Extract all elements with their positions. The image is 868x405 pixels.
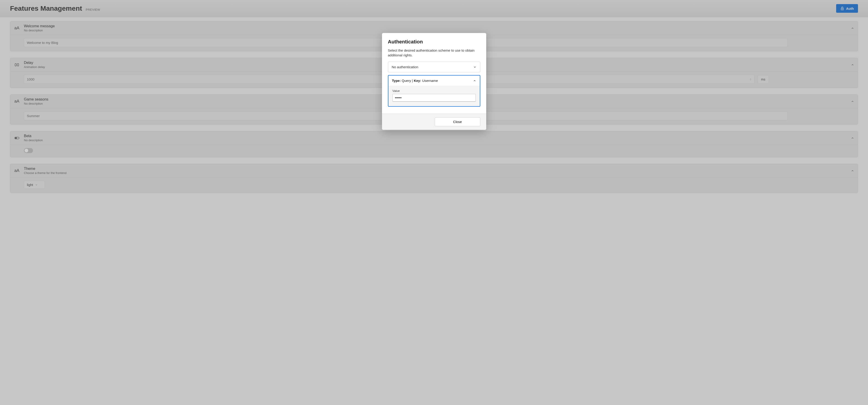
authentication-modal: Authentication Select the desired authen… [382,33,486,130]
auth-scheme-select[interactable]: No authentication [388,62,480,72]
auth-scheme-panel: Type: Query | Key: Username Value [388,75,480,107]
key-label: Key: [414,79,422,82]
modal-overlay[interactable]: Authentication Select the desired authen… [0,0,868,204]
modal-footer: Close [382,113,486,130]
separator: | [412,79,413,82]
modal-title: Authentication [388,39,480,45]
auth-value-input[interactable] [393,94,476,102]
value-field-label: Value [393,89,476,93]
chevron-up-icon [473,79,476,82]
modal-description: Select the desired authentication scheme… [388,48,480,58]
type-label: Type: [392,79,401,82]
type-value: Query [402,79,411,82]
key-value: Username [422,79,438,82]
modal-body: Authentication Select the desired authen… [382,33,486,113]
chevron-down-icon [473,66,476,69]
auth-scheme-value: No authentication [392,65,418,69]
auth-panel-label: Type: Query | Key: Username [392,79,438,82]
close-button[interactable]: Close [435,117,480,126]
auth-panel-body: Value [389,86,480,106]
auth-panel-header[interactable]: Type: Query | Key: Username [389,75,480,86]
